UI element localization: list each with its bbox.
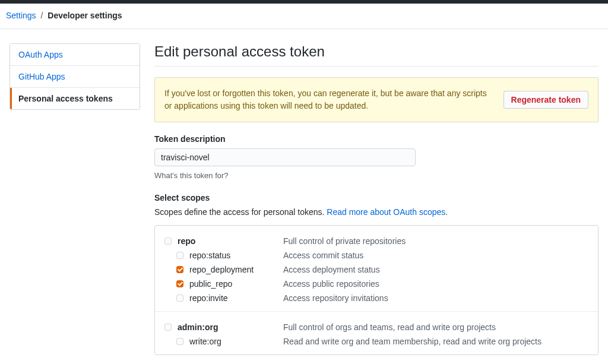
scope-name-col: admin:org bbox=[164, 322, 283, 332]
scope-row-repo-status: repo:statusAccess commit status bbox=[164, 248, 588, 262]
token-description-label: Token description bbox=[154, 134, 598, 144]
page-title: Edit personal access token bbox=[154, 43, 598, 67]
scopes-desc-text: Scopes define the access for personal to… bbox=[154, 207, 327, 217]
scope-row-admin-org: admin:orgFull control of orgs and teams,… bbox=[164, 320, 588, 334]
scope-description: Access deployment status bbox=[283, 265, 588, 274]
side-navigation: OAuth AppsGitHub AppsPersonal access tok… bbox=[10, 43, 140, 110]
scope-row-repo-invite: repo:inviteAccess repository invitations bbox=[164, 291, 588, 305]
scope-checkbox-public-repo[interactable] bbox=[176, 280, 183, 287]
scopes-desc-post: . bbox=[445, 207, 448, 217]
scope-label: repo:invite bbox=[189, 293, 228, 303]
scope-name-col: public_repo bbox=[164, 279, 283, 289]
scope-label: write:org bbox=[189, 337, 221, 346]
scopes-list: repoFull control of private repositories… bbox=[154, 225, 598, 355]
scope-checkbox-admin-org[interactable] bbox=[164, 324, 172, 331]
oauth-scopes-link[interactable]: Read more about OAuth scopes bbox=[327, 207, 445, 217]
token-description-help: What's this token for? bbox=[154, 171, 598, 180]
scope-name-col: repo:invite bbox=[164, 293, 283, 303]
regenerate-token-button[interactable]: Regenerate token bbox=[504, 91, 588, 109]
scope-checkbox-repo[interactable] bbox=[164, 238, 172, 245]
scope-name-col: repo bbox=[164, 236, 283, 246]
scope-description: Read and write org and team membership, … bbox=[283, 337, 588, 346]
scope-label: repo_deployment bbox=[189, 265, 254, 274]
breadcrumb-current: Developer settings bbox=[48, 11, 122, 20]
select-scopes-heading: Select scopes bbox=[154, 193, 598, 202]
scope-label: admin:org bbox=[178, 322, 218, 332]
token-description-section: Token description What's this token for? bbox=[154, 134, 598, 180]
scope-description: Access commit status bbox=[283, 251, 588, 260]
scope-name-col: write:org bbox=[164, 337, 283, 346]
scopes-description: Scopes define the access for personal to… bbox=[154, 207, 598, 217]
sidenav-item-oauth-apps[interactable]: OAuth Apps bbox=[10, 44, 140, 66]
breadcrumb-parent-link[interactable]: Settings bbox=[6, 11, 36, 20]
scope-description: Full control of private repositories bbox=[283, 236, 588, 246]
scope-checkbox-write-org[interactable] bbox=[176, 338, 183, 345]
scope-description: Access repository invitations bbox=[283, 293, 588, 303]
scope-checkbox-repo-deployment[interactable] bbox=[176, 266, 183, 273]
scope-row-write-org: write:orgRead and write org and team mem… bbox=[164, 334, 588, 349]
scope-name-col: repo:status bbox=[164, 251, 283, 260]
scope-description: Full control of orgs and teams, read and… bbox=[283, 322, 588, 332]
scope-name-col: repo_deployment bbox=[164, 265, 283, 274]
scope-description: Access public repositories bbox=[283, 279, 588, 289]
scope-row-public-repo: public_repoAccess public repositories bbox=[164, 277, 588, 291]
scope-label: repo:status bbox=[189, 251, 230, 260]
scope-label: public_repo bbox=[189, 279, 232, 289]
scope-checkbox-repo-status[interactable] bbox=[176, 252, 183, 259]
select-scopes-section: Select scopes Scopes define the access f… bbox=[154, 193, 598, 355]
sidenav-item-personal-access-tokens: Personal access tokens bbox=[10, 88, 140, 109]
main-content: Edit personal access token If you've los… bbox=[154, 43, 598, 355]
regenerate-flash: If you've lost or forgotten this token, … bbox=[154, 77, 598, 122]
scope-row-repo: repoFull control of private repositories bbox=[164, 234, 588, 248]
scope-row-repo-deployment: repo_deploymentAccess deployment status bbox=[164, 262, 588, 277]
breadcrumb-separator: / bbox=[40, 11, 43, 20]
sidenav-item-github-apps[interactable]: GitHub Apps bbox=[10, 66, 140, 88]
scope-group-repo: repoFull control of private repositories… bbox=[155, 226, 598, 312]
scope-group-admin-org: admin:orgFull control of orgs and teams,… bbox=[155, 312, 598, 354]
scope-checkbox-repo-invite[interactable] bbox=[176, 295, 183, 302]
breadcrumb: Settings / Developer settings bbox=[0, 4, 608, 29]
scope-label: repo bbox=[178, 236, 195, 246]
flash-text: If you've lost or forgotten this token, … bbox=[164, 87, 494, 112]
token-description-input[interactable] bbox=[154, 148, 416, 166]
